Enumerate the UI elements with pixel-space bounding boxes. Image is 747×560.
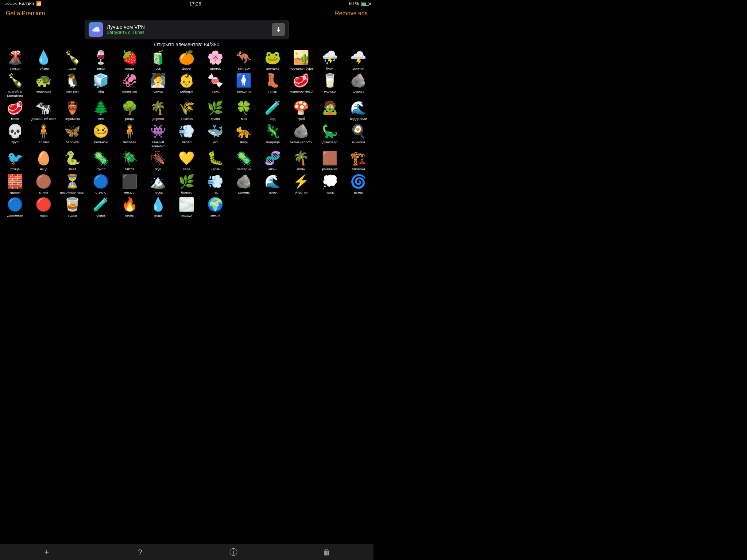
grid-item[interactable]: 🦑планктон: [115, 71, 144, 98]
item-icon: 🏔️: [150, 174, 166, 190]
grid-item[interactable]: 🧟: [316, 98, 344, 121]
grid-item[interactable]: 🌸цветок: [201, 48, 229, 71]
grid-item[interactable]: 🐆зверь: [230, 122, 258, 149]
grid-item[interactable]: 🍊фрукт: [173, 48, 201, 71]
grid-item[interactable]: 🪨камень: [230, 172, 258, 195]
grid-item[interactable]: 💨пепел: [173, 122, 201, 149]
grid-item[interactable]: 🥛молоко: [316, 71, 344, 98]
grid-item[interactable]: 💀труп: [1, 122, 29, 149]
grid-item[interactable]: 🌾семена: [173, 98, 201, 121]
item-label: дерево: [152, 117, 164, 121]
grid-item[interactable]: 🍾коктейль Молотова: [1, 71, 29, 98]
grid-item[interactable]: 🪨шерсть: [344, 71, 373, 98]
grid-item[interactable]: 🔴лава: [29, 195, 58, 218]
grid-item[interactable]: 🦋бабочка: [58, 122, 86, 149]
grid-item[interactable]: 🍓ягода: [115, 48, 144, 71]
grid-item[interactable]: 🌿болото: [173, 172, 201, 195]
grid-item[interactable]: 🐦птица: [1, 149, 29, 172]
grid-item[interactable]: ⏳песочные часы: [58, 172, 86, 195]
grid-item[interactable]: 🧊лёд: [86, 71, 115, 98]
grid-item[interactable]: 💨пар: [201, 172, 229, 195]
grid-item[interactable]: 🧖сауна: [144, 71, 172, 98]
grid-item[interactable]: 🦠бактерии: [230, 149, 258, 172]
remove-ads-button[interactable]: Remove ads: [335, 10, 368, 17]
grid-item[interactable]: 🏔️песок: [144, 172, 172, 195]
grid-item[interactable]: 🐍змея: [58, 149, 86, 172]
grid-item[interactable]: 🌩️молния: [344, 48, 373, 71]
grid-item[interactable]: ⬛металл: [115, 172, 144, 195]
grid-item[interactable]: 🪨окаменелость: [287, 122, 316, 149]
grid-item[interactable]: 👢грязь: [258, 71, 287, 98]
grid-item[interactable]: 🐢черепаха: [29, 71, 58, 98]
grid-item[interactable]: 🦠грипп: [86, 149, 115, 172]
grid-item[interactable]: 🐳кит: [201, 122, 229, 149]
grid-item[interactable]: 👾сенный элемент: [144, 122, 172, 149]
grid-item[interactable]: 🏗️плотина: [344, 149, 373, 172]
grid-item[interactable]: 🍷вино: [86, 48, 115, 71]
item-icon: 🍷: [93, 50, 109, 66]
grid-item[interactable]: 💧гейзер: [29, 48, 58, 71]
grid-item[interactable]: 🌴пляж: [287, 149, 316, 172]
grid-item[interactable]: 💭пыль: [316, 172, 344, 195]
grid-item[interactable]: 💛сера: [173, 149, 201, 172]
item-label: песочные часы: [60, 190, 85, 194]
grid-item[interactable]: 🥚яйцо: [29, 149, 58, 172]
grid-item[interactable]: 🌫️воздух: [173, 195, 201, 218]
grid-item[interactable]: 🧪йод: [258, 98, 287, 121]
grid-item[interactable]: 🧬жизнь: [258, 149, 287, 172]
grid-item[interactable]: 🔵давление: [1, 195, 29, 218]
grid-item[interactable]: 🧃сок: [144, 48, 172, 71]
grid-item[interactable]: 🪳жук: [144, 149, 172, 172]
grid-item[interactable]: 🦎ящерица: [258, 122, 287, 149]
grid-item[interactable]: 🍀мох: [230, 98, 258, 121]
grid-item[interactable]: 🧍алкаш: [29, 122, 58, 149]
grid-item[interactable]: 🪲Битлз: [115, 149, 144, 172]
grid-item[interactable]: 🌍земля: [201, 195, 229, 218]
item-label: домашний скот: [31, 117, 56, 121]
grid-item[interactable]: 🏺керамика: [58, 98, 86, 121]
grid-item[interactable]: 🦕динозавр: [316, 122, 344, 149]
item-icon: 🍾: [7, 73, 23, 89]
grid-item[interactable]: 🌿трава: [201, 98, 229, 121]
grid-item[interactable]: ⛈️буря: [316, 48, 344, 71]
item-label: лава: [40, 213, 47, 217]
grid-item[interactable]: 🟫ржавчина: [316, 149, 344, 172]
grid-item[interactable]: 🌲лес: [86, 98, 115, 121]
grid-item[interactable]: 🔵стекло: [86, 172, 115, 195]
grid-item[interactable]: 🐧пингвин: [58, 71, 86, 98]
ad-download-button[interactable]: ⬇: [272, 23, 285, 36]
grid-item[interactable]: ⚡энергия: [287, 172, 316, 195]
grid-item[interactable]: 🏜️песчаная буря: [287, 48, 316, 71]
grid-item[interactable]: 🧍человек: [115, 122, 144, 149]
grid-item[interactable]: 🥃водка: [58, 195, 86, 218]
grid-item[interactable]: 🧪спирт: [86, 195, 115, 218]
item-icon: 🌲: [93, 100, 109, 116]
grid-item[interactable]: 🍬секс: [201, 71, 229, 98]
grid-item[interactable]: 🟤глина: [29, 172, 58, 195]
grid-item[interactable]: 🌳роща: [115, 98, 144, 121]
grid-item[interactable]: 🌴дерево: [144, 98, 172, 121]
grid-item[interactable]: 🌊море: [258, 172, 287, 195]
grid-item[interactable]: 🦘кенгуру: [230, 48, 258, 71]
grid-item[interactable]: 🥩мясо: [1, 98, 29, 121]
grid-item[interactable]: 🐄домашний скот: [29, 98, 58, 121]
grid-item[interactable]: 🌊водоросли: [344, 98, 373, 121]
grid-item[interactable]: 🍳яичница: [344, 122, 373, 149]
grid-item[interactable]: 🚺женщина: [230, 71, 258, 98]
grid-item[interactable]: 🥩жареное мясо: [287, 71, 316, 98]
grid-item[interactable]: 🐸лягушка: [258, 48, 287, 71]
grid-item[interactable]: 🔥огонь: [115, 195, 144, 218]
item-icon: 🌴: [150, 100, 166, 116]
grid-item[interactable]: 🍄гриб: [287, 98, 316, 121]
grid-item[interactable]: 🌀ветер: [344, 172, 373, 195]
grid-item[interactable]: 🧱кирпич: [1, 172, 29, 195]
grid-item[interactable]: 🌋вулкан: [1, 48, 29, 71]
grid-item[interactable]: 🐛червь: [201, 149, 229, 172]
grid-item[interactable]: 🍾духи: [58, 48, 86, 71]
premium-button[interactable]: Get a Premium: [6, 10, 45, 17]
item-label: женщина: [237, 89, 252, 93]
grid-item[interactable]: 🤒больной: [86, 122, 115, 149]
item-label: грипп: [96, 167, 105, 171]
grid-item[interactable]: 💧вода: [144, 195, 172, 218]
grid-item[interactable]: 👶ребенок: [173, 71, 201, 98]
